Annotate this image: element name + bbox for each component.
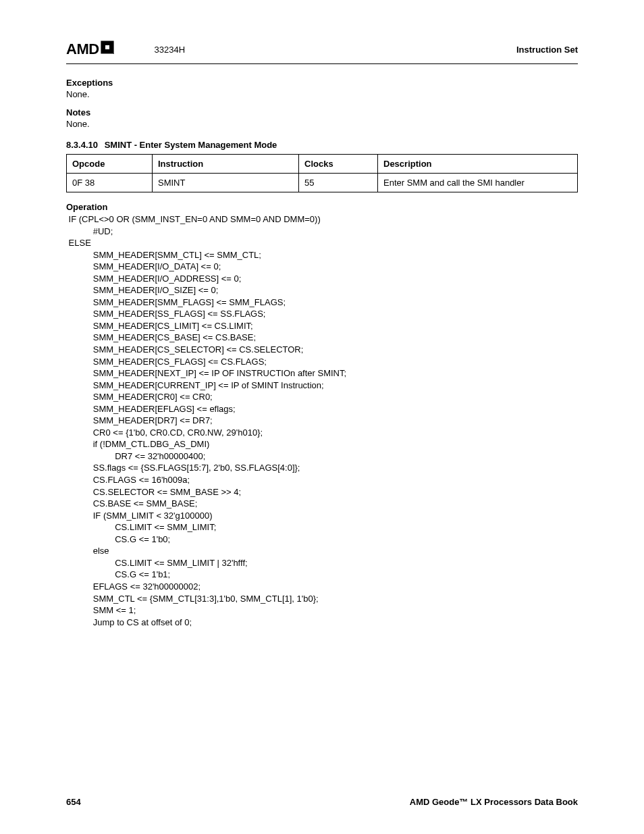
amd-logo-mark bbox=[101, 41, 114, 58]
th-clocks: Clocks bbox=[299, 155, 378, 174]
exceptions-heading: Exceptions bbox=[66, 78, 578, 88]
notes-heading: Notes bbox=[66, 107, 578, 118]
notes-text: None. bbox=[66, 119, 578, 129]
page-number: 654 bbox=[66, 797, 81, 807]
operation-code: IF (CPL<>0 OR (SMM_INST_EN=0 AND SMM=0 A… bbox=[66, 213, 578, 628]
th-description: Description bbox=[378, 155, 578, 174]
opcode-table: Opcode Instruction Clocks Description 0F… bbox=[66, 154, 578, 192]
page-header: AMD 33234H Instruction Set bbox=[66, 41, 578, 64]
section-number: 8.3.4.10 bbox=[66, 140, 98, 150]
table-header-row: Opcode Instruction Clocks Description bbox=[67, 155, 578, 174]
header-left: AMD 33234H bbox=[66, 41, 185, 58]
th-instruction: Instruction bbox=[153, 155, 299, 174]
header-section: Instruction Set bbox=[516, 45, 578, 55]
book-title: AMD Geode™ LX Processors Data Book bbox=[410, 797, 578, 807]
logo-text: AMD bbox=[66, 41, 99, 58]
operation-heading: Operation bbox=[66, 202, 578, 212]
amd-logo: AMD bbox=[66, 41, 114, 58]
td-clocks: 55 bbox=[299, 174, 378, 192]
section-heading: 8.3.4.10 SMINT - Enter System Management… bbox=[66, 140, 578, 150]
td-opcode: 0F 38 bbox=[67, 174, 153, 192]
td-description: Enter SMM and call the SMI handler bbox=[378, 174, 578, 192]
th-opcode: Opcode bbox=[67, 155, 153, 174]
page: AMD 33234H Instruction Set Exceptions No… bbox=[0, 0, 644, 834]
section-title: SMINT - Enter System Management Mode bbox=[105, 140, 277, 150]
table-row: 0F 38 SMINT 55 Enter SMM and call the SM… bbox=[67, 174, 578, 192]
doc-code: 33234H bbox=[155, 45, 186, 55]
page-footer: 654 AMD Geode™ LX Processors Data Book bbox=[66, 797, 578, 807]
td-instruction: SMINT bbox=[153, 174, 299, 192]
exceptions-text: None. bbox=[66, 89, 578, 99]
